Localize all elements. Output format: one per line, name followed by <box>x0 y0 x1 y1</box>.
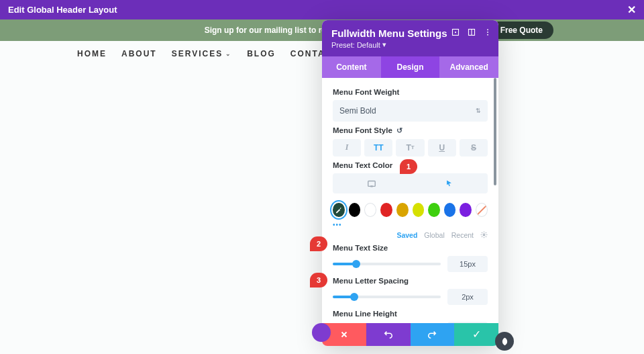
svg-point-6 <box>487 34 488 36</box>
free-quote-button[interactable]: Free Quote <box>490 21 553 39</box>
panel-header: Fullwidth Menu Settings Preset: Default▾ <box>322 20 498 56</box>
nav-home[interactable]: HOME <box>77 49 107 58</box>
line-height-row: 1em <box>333 322 488 323</box>
expand-icon[interactable] <box>451 28 460 38</box>
more-icon[interactable] <box>484 28 492 38</box>
swatch-purple[interactable] <box>460 203 472 217</box>
font-weight-select[interactable]: Semi Bold ⇅ <box>333 100 488 122</box>
text-size-row: 15px <box>333 256 488 272</box>
line-height-label: Menu Line Height <box>333 310 488 318</box>
letter-spacing-value[interactable]: 2px <box>447 289 488 305</box>
color-tab-hover[interactable] <box>411 173 488 193</box>
swatch-yellow[interactable] <box>413 203 425 217</box>
font-weight-label: Menu Font Weight <box>333 88 488 96</box>
swatch-red[interactable] <box>380 203 392 217</box>
line-height-value[interactable]: 1em <box>447 322 488 323</box>
callout-1: 1 <box>400 159 417 174</box>
font-style-buttons: I TT TT U S <box>333 139 488 157</box>
save-button[interactable]: ✓ <box>454 323 498 346</box>
tab-advanced[interactable]: Advanced <box>439 56 498 78</box>
chevron-down-icon: ⌄ <box>225 50 232 57</box>
settings-panel: Fullwidth Menu Settings Preset: Default▾… <box>322 20 498 346</box>
svg-point-4 <box>487 29 488 30</box>
callout-2: 2 <box>310 236 327 251</box>
color-swatches <box>333 203 488 217</box>
letter-spacing-label: Menu Letter Spacing <box>333 277 488 285</box>
svg-rect-7 <box>368 181 376 186</box>
tab-content[interactable]: Content <box>322 56 381 78</box>
swatch-green[interactable] <box>428 203 440 217</box>
letter-spacing-row: 2px <box>333 289 488 305</box>
swatch-black[interactable] <box>349 203 361 217</box>
panel-footer: ✓ <box>322 323 498 346</box>
palette-saved[interactable]: Saved <box>396 231 417 239</box>
caret-down-icon: ▾ <box>382 40 386 49</box>
undo-button[interactable] <box>366 323 411 346</box>
swatch-blue[interactable] <box>444 203 456 217</box>
nav-blog[interactable]: BLOG <box>247 49 276 58</box>
smallcaps-button[interactable]: TT <box>396 139 424 157</box>
swatch-none[interactable] <box>476 203 488 217</box>
gear-icon[interactable] <box>480 231 488 238</box>
close-icon[interactable]: ✕ <box>627 3 636 16</box>
settings-fab[interactable] <box>495 332 514 351</box>
font-weight-value: Semi Bold <box>339 106 376 116</box>
color-state-tabs <box>333 173 488 193</box>
reset-icon[interactable]: ↺ <box>396 126 402 135</box>
columns-icon[interactable] <box>468 28 476 38</box>
module-fab[interactable] <box>312 323 331 342</box>
nav-about[interactable]: ABOUT <box>121 49 157 58</box>
tab-design[interactable]: Design <box>381 56 440 78</box>
edit-global-bar: Edit Global Header Layout ✕ <box>0 0 644 19</box>
text-size-label: Menu Text Size <box>333 244 488 252</box>
select-caret-icon: ⇅ <box>476 107 481 114</box>
letter-spacing-slider[interactable] <box>333 292 441 302</box>
scrollbar[interactable] <box>494 78 496 185</box>
callout-3: 3 <box>310 273 327 287</box>
text-size-slider[interactable] <box>333 259 441 269</box>
italic-button[interactable]: I <box>333 139 361 157</box>
underline-button[interactable]: U <box>428 139 456 157</box>
swatch-white[interactable] <box>364 203 376 217</box>
svg-point-1 <box>455 32 456 33</box>
font-style-label: Menu Font Style↺ <box>333 126 488 135</box>
redo-button[interactable] <box>411 323 455 346</box>
swatch-amber[interactable] <box>396 203 409 217</box>
nav-services[interactable]: SERVICES⌄ <box>172 49 232 58</box>
svg-point-5 <box>487 32 488 33</box>
palette-global[interactable]: Global <box>424 231 444 239</box>
svg-point-9 <box>483 234 485 236</box>
color-picker-swatch[interactable] <box>333 203 345 217</box>
panel-body: Menu Font Weight Semi Bold ⇅ Menu Font S… <box>322 78 498 323</box>
uppercase-button[interactable]: TT <box>364 139 392 157</box>
edit-global-title: Edit Global Header Layout <box>8 5 117 15</box>
text-size-value[interactable]: 15px <box>447 256 488 272</box>
more-colors[interactable]: ••• <box>333 221 488 228</box>
color-meta: Saved Global Recent <box>333 231 488 239</box>
strike-button[interactable]: S <box>460 139 488 157</box>
color-tab-default[interactable] <box>333 173 411 193</box>
preset-selector[interactable]: Preset: Default▾ <box>331 40 386 49</box>
panel-tabs: Content Design Advanced <box>322 56 498 78</box>
palette-recent[interactable]: Recent <box>451 231 474 239</box>
